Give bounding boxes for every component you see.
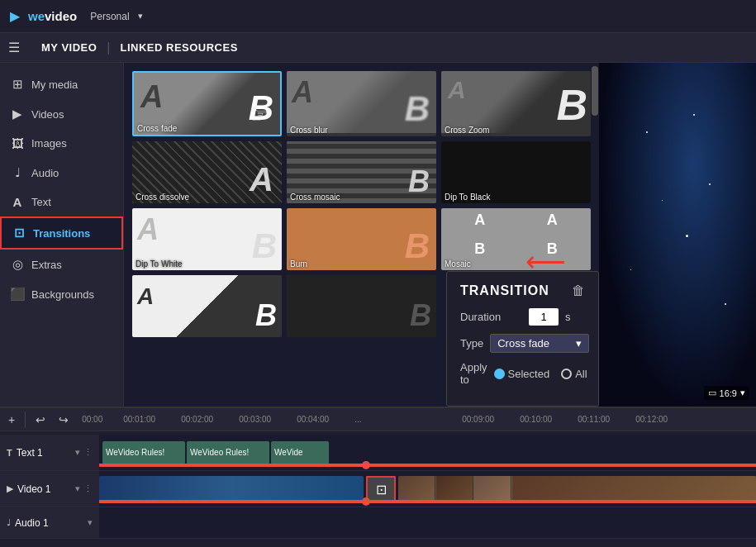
extras-icon: ◎ [10, 257, 25, 272]
transition-mosaic[interactable]: A A B B Mosaic [441, 208, 591, 270]
duration-input[interactable] [529, 308, 559, 326]
right-preview: ▭ 16:9 ▾ [599, 63, 756, 407]
video1-down-button[interactable]: ▾ [75, 483, 80, 494]
popup-apply-row: Apply to Selected All [460, 361, 585, 386]
sidebar-item-backgrounds[interactable]: ⬛ Backgrounds [0, 279, 123, 309]
red-arrow-indicator: ⟵ [525, 245, 566, 278]
sidebar-label-videos: Videos [31, 108, 64, 121]
video1-track-row: ▶ Video 1 ▾ ⋮ ⊡ [0, 471, 756, 507]
sidebar-item-extras[interactable]: ◎ Extras [0, 250, 123, 279]
navtabs: ☰ MY VIDEO | LINKED RESOURCES [0, 33, 756, 63]
text1-controls: ▾ ⋮ [75, 447, 93, 458]
redo-button[interactable]: ↪ [55, 411, 72, 428]
video-clip-nature[interactable] [398, 476, 756, 502]
timeline: + ↩ ↪ 00:00 00:01:00 00:02:00 00:03:00 0… [0, 407, 756, 547]
text1-down-button[interactable]: ▾ [75, 447, 80, 458]
video1-volume-bar [99, 500, 756, 503]
sidebar-item-my-media[interactable]: ⊞ My media [0, 69, 123, 99]
transition-cross-dissolve[interactable]: A Cross dissolve [132, 141, 282, 203]
transition-dip-to-black[interactable]: Dip To Black [441, 141, 591, 203]
type-select[interactable]: Cross fade ▾ [490, 334, 589, 353]
add-track-button[interactable]: + [5, 411, 18, 428]
transition-burn[interactable]: B Burn [287, 208, 436, 270]
play-icon: ▶ [10, 8, 20, 24]
transition-cross-mosaic[interactable]: B Cross mosaic [287, 141, 436, 203]
video1-controls: ▾ ⋮ [75, 483, 93, 494]
text1-menu-button[interactable]: ⋮ [83, 447, 93, 458]
text1-volume-bar [99, 464, 756, 467]
tab-linked-resources[interactable]: LINKED RESOURCES [111, 41, 248, 54]
text1-track-row: T Text 1 ▾ ⋮ WeVideo Rules! WeVideo Rule… [0, 435, 756, 471]
transitions-icon: ⊡ [12, 226, 26, 240]
video1-track-label: ▶ Video 1 ▾ ⋮ [0, 471, 99, 507]
sidebar-label-text: Text [31, 196, 51, 208]
transition-row4a[interactable]: A B [132, 275, 282, 337]
transition-clip-icon: ⊡ [376, 482, 387, 497]
time-12: 00:12:00 [632, 415, 690, 424]
selected-radio-dot [494, 369, 505, 379]
duration-label: Duration [460, 311, 522, 323]
aspect-text: 16:9 [720, 388, 737, 398]
stars-background [599, 63, 756, 407]
popup-type-row: Type Cross fade ▾ [460, 334, 585, 353]
sidebar-item-text[interactable]: A Text [0, 188, 123, 216]
time-marks: 00:00 00:01:00 00:02:00 00:03:00 00:04:0… [78, 415, 751, 424]
star-1 [646, 131, 648, 133]
undo-button[interactable]: ↩ [32, 411, 49, 428]
video1-volume-handle[interactable] [362, 497, 370, 506]
audio-icon: ♩ [10, 165, 25, 180]
star-5 [725, 303, 726, 305]
time-11: 00:11:00 [574, 415, 632, 424]
video1-track-name: ▶ Video 1 [7, 483, 50, 495]
text1-track-label: T Text 1 ▾ ⋮ [0, 435, 99, 470]
apply-all-label: All [575, 368, 587, 380]
text1-name: Text 1 [17, 447, 43, 459]
dip-to-white-label: Dip To White [136, 259, 183, 269]
personal-label[interactable]: Personal [90, 11, 129, 22]
transition-marker[interactable]: ⊡ [366, 476, 396, 502]
text-clip-2[interactable]: WeVideo Rules! [187, 441, 269, 464]
sidebar-item-videos[interactable]: ▶ Videos [0, 99, 123, 129]
text1-track-content[interactable]: WeVideo Rules! WeVideo Rules! WeVide [99, 435, 756, 470]
hamburger-menu[interactable]: ☰ [8, 40, 20, 55]
star-7 [662, 200, 663, 201]
transition-cross-zoom[interactable]: A B Cross Zoom [441, 71, 591, 136]
popup-delete-button[interactable]: 🗑 [572, 283, 585, 298]
sidebar-item-audio[interactable]: ♩ Audio [0, 158, 123, 188]
type-value: Cross fade [497, 337, 549, 350]
transition-cross-fade[interactable]: A B ☞ Cross fade [132, 71, 282, 136]
personal-dropdown-icon[interactable]: ▾ [138, 11, 143, 21]
sidebar-item-images[interactable]: 🖼 Images [0, 129, 123, 158]
duration-unit: s [565, 311, 571, 323]
all-radio-dot [561, 369, 572, 379]
text1-volume-handle[interactable] [362, 461, 370, 469]
text-clip-1[interactable]: WeVideo Rules! [102, 441, 185, 464]
images-icon: 🖼 [10, 136, 25, 150]
mosaic-label: Mosaic [445, 259, 471, 269]
transition-row4b[interactable]: B [287, 275, 436, 337]
video1-menu-button[interactable]: ⋮ [83, 483, 93, 494]
audio1-track-content[interactable] [99, 507, 756, 538]
transition-dip-to-white[interactable]: A B Dip To White [132, 208, 282, 270]
time-0: 00:00 [78, 415, 120, 424]
text1-track-name: T Text 1 [7, 447, 43, 459]
logo-we: we [28, 9, 45, 23]
apply-radio-group: Selected All [494, 368, 587, 380]
aspect-ratio-label[interactable]: ▭ 16:9 ▾ [704, 386, 749, 400]
apply-all-radio[interactable]: All [561, 368, 587, 380]
burn-label: Burn [290, 259, 307, 269]
text-clip-3[interactable]: WeVide [271, 441, 329, 464]
scroll-thumb[interactable] [592, 66, 598, 116]
apply-selected-radio[interactable]: Selected [494, 368, 550, 380]
tab-my-video[interactable]: MY VIDEO [31, 41, 107, 54]
video-clip-space[interactable] [99, 476, 364, 502]
time-5: ... [351, 415, 459, 424]
sidebar-item-transitions[interactable]: ⊡ Transitions [0, 216, 123, 250]
cross-fade-label: Cross fade [137, 124, 177, 133]
audio1-name: Audio 1 [15, 517, 49, 529]
audio1-down-button[interactable]: ▾ [88, 517, 93, 528]
time-4: 00:04:00 [293, 415, 351, 424]
video1-track-content[interactable]: ⊡ [99, 471, 756, 507]
videos-icon: ▶ [10, 107, 25, 121]
transition-cross-blur[interactable]: A B Cross blur [287, 71, 436, 136]
